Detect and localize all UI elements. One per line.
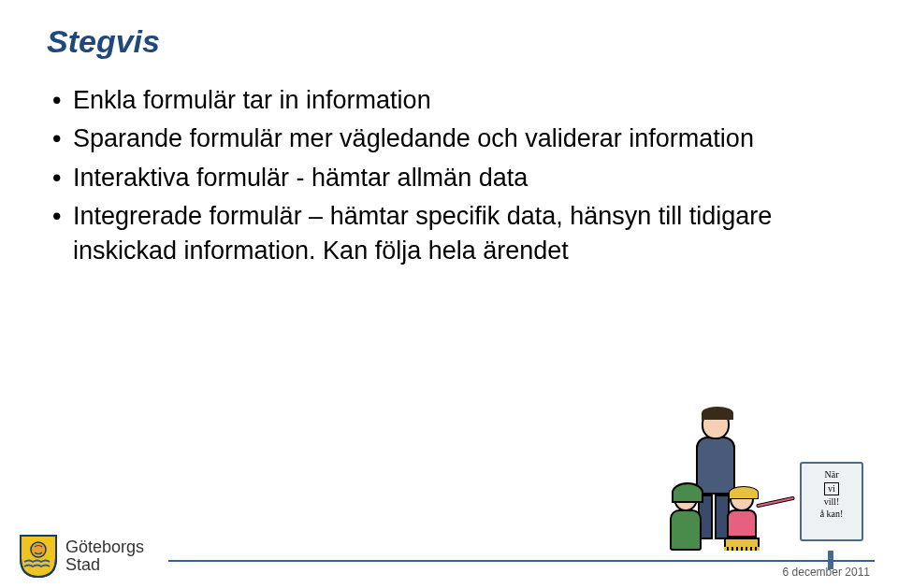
svg-point-0: [31, 542, 46, 557]
sign-text: vill!: [805, 496, 858, 509]
bullet-list: Enkla formulär tar in information Sparan…: [47, 83, 861, 267]
bullet-item: Enkla formulär tar in information: [47, 83, 861, 117]
logo-area: Göteborgs Stad: [19, 534, 144, 579]
logo-line: Göteborgs: [65, 538, 144, 556]
slide-footer: Göteborgs Stad 6 december 2011: [0, 509, 898, 588]
logo-text: Göteborgs Stad: [65, 538, 144, 574]
sign-text: vi: [824, 482, 839, 496]
slide-title: Stegvis: [47, 23, 861, 60]
slide-content: Enkla formulär tar in information Sparan…: [47, 83, 861, 267]
goteborg-crest-icon: [19, 534, 58, 579]
logo-line: Stad: [65, 556, 144, 574]
footer-divider: [168, 560, 875, 562]
sign-text: När: [805, 469, 858, 481]
slide: Stegvis Enkla formulär tar in informatio…: [0, 0, 898, 588]
bullet-item: Sparande formulär mer vägledande och val…: [47, 122, 861, 155]
bullet-item: Integrerade formulär – hämtar specifik d…: [47, 199, 861, 267]
footer-date: 6 december 2011: [783, 566, 870, 579]
bullet-item: Interaktiva formulär - hämtar allmän dat…: [47, 161, 861, 194]
pointing-arm-icon: [756, 496, 795, 509]
